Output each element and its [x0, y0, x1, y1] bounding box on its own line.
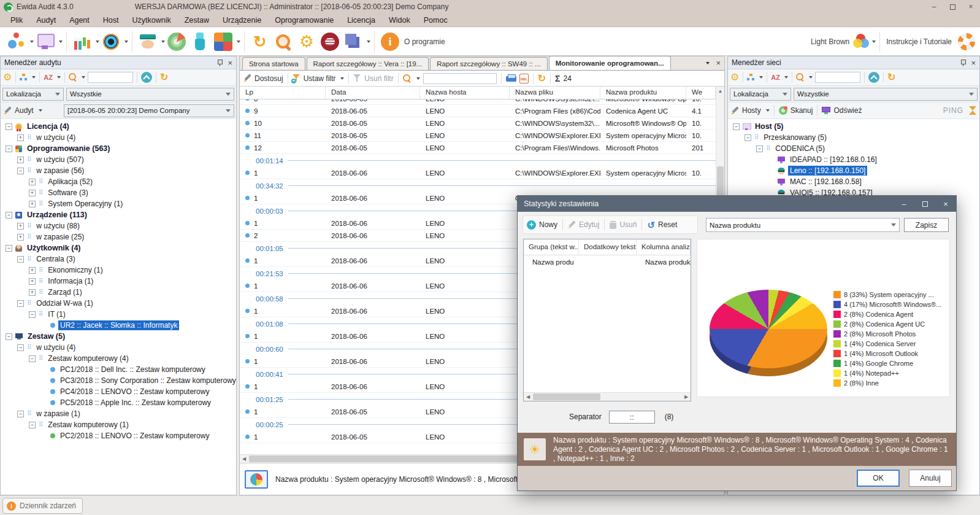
localization-select[interactable]: Lokalizacja: [2, 88, 64, 101]
tree-item[interactable]: PC1/2018 :: Dell Inc. :: Zestaw komputer…: [1, 364, 236, 375]
dialog-maximize-button[interactable]: [914, 196, 935, 212]
dialog-minimize-button[interactable]: –: [894, 196, 914, 212]
reset-button[interactable]: ↺Reset: [647, 220, 677, 230]
tree-item[interactable]: −⠿Oddział W-wa (1): [1, 298, 236, 309]
expand-toggle[interactable]: −: [17, 344, 24, 351]
list-horizontal-scrollbar[interactable]: ◀ ▶: [524, 392, 691, 401]
close-panel-icon[interactable]: ×: [228, 59, 232, 67]
search-input[interactable]: [88, 72, 133, 83]
tree-item[interactable]: MAC :: [192.168.0.58]: [728, 176, 979, 187]
menu-item-audyt[interactable]: Audyt: [29, 15, 63, 26]
about-icon[interactable]: i: [381, 33, 399, 51]
expand-toggle[interactable]: −: [17, 256, 24, 263]
expand-toggle[interactable]: −: [756, 145, 763, 152]
scan-icon[interactable]: [167, 33, 186, 51]
dropdown-arrow-icon[interactable]: [759, 76, 763, 79]
print-icon[interactable]: [506, 74, 516, 82]
search-icon[interactable]: [796, 73, 805, 82]
expand-toggle[interactable]: +: [29, 267, 36, 274]
expand-toggle[interactable]: −: [29, 311, 36, 318]
separator-input[interactable]: ::: [609, 411, 655, 424]
analysis-column-select[interactable]: Nazwa produktu: [706, 218, 900, 232]
tree-item[interactable]: −⠿Przeskanowany (5): [728, 132, 979, 143]
column-header[interactable]: Nazwa produktu: [600, 87, 686, 99]
hierarchy-icon[interactable]: [747, 74, 755, 82]
tree-item[interactable]: +⠿w użyciu (88): [1, 220, 236, 231]
dropdown-arrow-icon[interactable]: [237, 41, 240, 43]
vertical-scroll-thumb[interactable]: [717, 166, 724, 197]
new-button[interactable]: +Nowy: [527, 220, 557, 230]
localization-value-select[interactable]: Wszystkie: [66, 88, 234, 101]
usb-icon[interactable]: [191, 33, 209, 51]
dropdown-arrow-icon[interactable]: [340, 77, 344, 80]
statistics-button[interactable]: [245, 470, 268, 489]
tree-item[interactable]: +⠿Software (3): [1, 187, 236, 198]
expand-toggle[interactable]: +: [29, 289, 36, 296]
pin-icon[interactable]: [217, 60, 223, 66]
column-header[interactable]: Nazwa pliku: [510, 87, 600, 99]
tree-item[interactable]: −Zestaw (5): [1, 331, 236, 342]
tree-item[interactable]: −⠿w zapasie (1): [1, 408, 236, 419]
tree-item[interactable]: −Host (5): [728, 121, 979, 132]
tree-item[interactable]: −⠿Zestaw komputerowy (4): [1, 353, 236, 364]
search-icon[interactable]: [403, 74, 412, 83]
tree-item[interactable]: +⠿Aplikacja (52): [1, 176, 236, 187]
expand-toggle[interactable]: +: [17, 134, 24, 141]
column-header[interactable]: Kolumna analiz: [637, 239, 691, 255]
save-button[interactable]: Zapisz: [904, 218, 949, 232]
tree-item[interactable]: PC5/2018 :: Apple Inc. :: Zestaw kompute…: [1, 397, 236, 408]
search-icon[interactable]: [69, 73, 77, 82]
refresh-icon[interactable]: ↻: [160, 72, 168, 82]
column-header[interactable]: We: [686, 87, 716, 99]
audit-select[interactable]: [2018-06-05 20:00:23] Demo Company: [64, 104, 234, 117]
expand-toggle[interactable]: −: [29, 355, 36, 362]
tree-item[interactable]: −Urządzenie (113): [1, 209, 236, 220]
tree-item[interactable]: −Użytkownik (4): [1, 242, 236, 254]
scan-button[interactable]: Skanuj: [791, 106, 813, 115]
expand-toggle[interactable]: −: [17, 411, 24, 417]
expand-toggle[interactable]: −: [17, 168, 24, 174]
tree-item[interactable]: −⠿w zapasie (56): [1, 165, 236, 176]
tab[interactable]: Raport szczegółowy :: SW49 :: ...: [430, 57, 547, 70]
about-label[interactable]: O programie: [404, 37, 445, 46]
refresh-icon[interactable]: ↻: [887, 72, 895, 82]
maximize-button[interactable]: [943, 0, 962, 14]
localization-value-select[interactable]: Wszystkie: [794, 88, 978, 101]
windows-icon[interactable]: [344, 33, 362, 51]
menu-item-widok[interactable]: Widok: [382, 15, 417, 26]
tree-item[interactable]: +⠿w użyciu (507): [1, 154, 236, 165]
dropdown-arrow-icon[interactable]: [766, 109, 770, 112]
cancel-button[interactable]: Anuluj: [909, 470, 952, 487]
tree-item[interactable]: +⠿w użyciu (4): [1, 132, 236, 143]
tree-item[interactable]: UR2 :: Jacek :: Słomka :: Informatyk: [1, 320, 236, 331]
close-panel-icon[interactable]: ×: [971, 59, 976, 67]
hosts-dropdown[interactable]: Hosty: [742, 106, 761, 115]
dropdown-arrow-icon[interactable]: [59, 41, 63, 43]
sort-az-icon[interactable]: AZ: [771, 74, 780, 81]
groups-list[interactable]: Grupa (tekst w...Dodatkowy tekstKolumna …: [523, 239, 691, 401]
dropdown-arrow-icon[interactable]: [809, 76, 813, 79]
menu-item-użytkownik[interactable]: Użytkownik: [126, 15, 178, 26]
network-icon[interactable]: [7, 33, 26, 51]
expand-toggle[interactable]: +: [17, 223, 24, 230]
close-tab-icon[interactable]: ×: [716, 59, 721, 67]
dropdown-arrow-icon[interactable]: [416, 77, 420, 80]
tab[interactable]: Raport szczegółowy :: Vera :: [19...: [307, 57, 429, 70]
menu-item-licencja[interactable]: Licencja: [340, 15, 382, 26]
expand-toggle[interactable]: −: [6, 145, 12, 152]
dropdown-arrow-icon[interactable]: [32, 76, 36, 79]
table-row[interactable]: 112018-06-05LENOC:\WINDOWS\Explorer.EXES…: [240, 130, 716, 142]
expand-toggle[interactable]: +: [29, 190, 36, 196]
expand-toggle[interactable]: −: [733, 123, 740, 130]
gear-icon[interactable]: ⚙: [730, 72, 739, 82]
tree-item[interactable]: PC4/2018 :: LENOVO :: Zestaw komputerowy: [1, 386, 236, 397]
gear-icon[interactable]: ⚙: [3, 72, 12, 82]
dropdown-arrow-icon[interactable]: [124, 41, 128, 43]
dropdown-arrow-icon[interactable]: [57, 76, 61, 79]
chart-icon[interactable]: [73, 33, 91, 51]
scroll-up-icon[interactable]: ▲: [716, 87, 724, 96]
audit-dropdown[interactable]: Audyt: [15, 106, 34, 115]
expand-toggle[interactable]: −: [6, 123, 12, 130]
refresh-icon[interactable]: ↻: [251, 33, 269, 51]
tree-item[interactable]: IDEAPAD :: [192.168.0.16]: [728, 154, 979, 165]
